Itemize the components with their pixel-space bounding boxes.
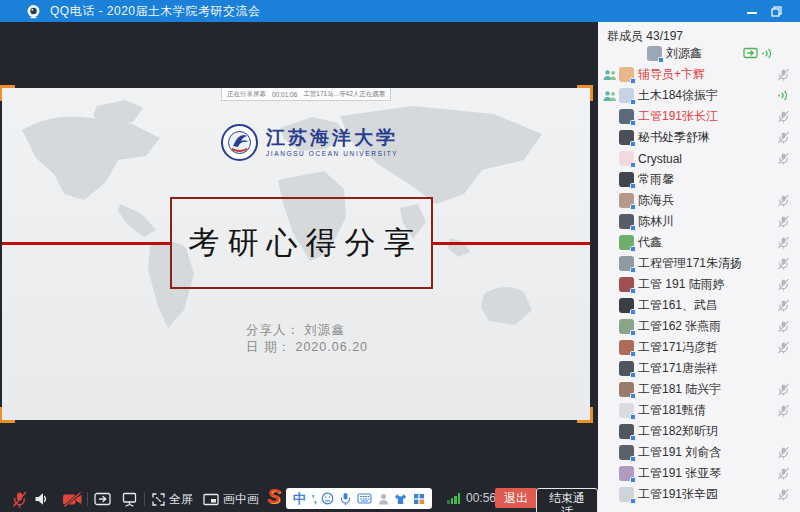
- mic-muted-icon: [777, 488, 790, 501]
- sogou-ime-logo-icon[interactable]: S: [267, 485, 280, 508]
- avatar-badge-icon: [630, 351, 637, 358]
- camera-off-button[interactable]: [62, 486, 83, 512]
- sharing-status-banner: 正在分享屏幕 00:01:06 工管171马...等42人正在观看: [221, 88, 391, 101]
- avatar: [647, 46, 662, 61]
- member-row[interactable]: 辅导员+卞辉: [598, 64, 800, 85]
- avatar-badge-icon: [630, 183, 637, 190]
- member-row[interactable]: 工管181甄倩: [598, 400, 800, 421]
- mic-muted-icon: [777, 215, 790, 228]
- member-row[interactable]: 工管191张辛园: [598, 484, 800, 505]
- qq-call-window: QQ电话 - 2020届土木学院考研交流会: [0, 0, 800, 512]
- ime-voice-input-button[interactable]: [340, 492, 351, 505]
- avatar: [619, 361, 634, 376]
- avatar-badge-icon: [630, 246, 637, 253]
- member-name: 工管181 陆兴宇: [638, 381, 721, 398]
- avatar: [619, 67, 634, 82]
- share-corner-handle-icon: [0, 407, 15, 423]
- avatar-badge-icon: [630, 477, 637, 484]
- member-row[interactable]: 工管181 陆兴宇: [598, 379, 800, 400]
- avatar: [619, 466, 634, 481]
- member-row[interactable]: 土木184徐振宇: [598, 85, 800, 106]
- avatar: [619, 424, 634, 439]
- fullscreen-button[interactable]: 全屏: [152, 486, 193, 512]
- sharing-status-text: 正在分享屏幕: [227, 90, 266, 99]
- member-sidebar: 群成员 43/197 刘源鑫: [598, 22, 800, 512]
- avatar-badge-icon: [630, 393, 637, 400]
- member-name: 辅导员+卞辉: [638, 66, 705, 83]
- mic-muted-icon: [777, 320, 790, 333]
- pip-button[interactable]: 画中画: [203, 486, 259, 512]
- member-name: 土木184徐振宇: [638, 87, 718, 104]
- avatar-badge-icon: [630, 162, 637, 169]
- avatar: [619, 403, 634, 418]
- member-row[interactable]: 工管191 张亚琴: [598, 463, 800, 484]
- share-corner-handle-icon: [577, 85, 593, 101]
- mic-muted-icon: [777, 383, 790, 396]
- ime-punctuation-toggle[interactable]: ’,: [312, 493, 316, 505]
- end-call-button[interactable]: 结束通话: [536, 488, 598, 512]
- avatar: [619, 340, 634, 355]
- member-row[interactable]: 工管191张长江: [598, 106, 800, 127]
- member-name: 秘书处季舒琳: [638, 129, 710, 146]
- member-row[interactable]: 工管171唐崇祥: [598, 358, 800, 379]
- ime-language-toggle[interactable]: 中: [293, 490, 306, 508]
- screen-sharing-icon: [743, 47, 774, 60]
- fullscreen-label: 全屏: [169, 491, 193, 508]
- minimize-button[interactable]: [747, 6, 757, 16]
- member-name: 常雨馨: [638, 171, 674, 188]
- restore-window-button[interactable]: [771, 6, 782, 17]
- avatar-badge-icon: [630, 288, 637, 295]
- member-name: 工管181甄倩: [638, 402, 706, 419]
- mic-muted-icon: [777, 257, 790, 270]
- speaker-on-icon: [777, 89, 790, 102]
- member-row[interactable]: 秘书处季舒琳: [598, 127, 800, 148]
- network-signal-icon: [447, 492, 460, 504]
- member-row[interactable]: 工管161、武昌: [598, 295, 800, 316]
- avatar: [619, 109, 634, 124]
- avatar: [619, 172, 634, 187]
- avatar: [619, 445, 634, 460]
- slide-title: 考研心得分享: [181, 222, 423, 264]
- member-row[interactable]: 工管 191 陆雨婷: [598, 274, 800, 295]
- date-value: 2020.06.20: [295, 340, 368, 354]
- member-row[interactable]: 工管182郑昕玥: [598, 421, 800, 442]
- member-row[interactable]: Crystual: [598, 148, 800, 169]
- ime-skin-button[interactable]: [394, 493, 407, 505]
- mic-muted-icon: [777, 446, 790, 459]
- member-row[interactable]: 陈海兵: [598, 190, 800, 211]
- ime-keyboard-button[interactable]: [357, 493, 372, 504]
- ime-account-button[interactable]: [378, 493, 389, 505]
- avatar-badge-icon: [630, 120, 637, 127]
- mic-muted-button[interactable]: [12, 486, 27, 512]
- ime-emoji-button[interactable]: [321, 492, 334, 505]
- avatar-badge-icon: [630, 498, 637, 505]
- member-name: 工程管理171朱清扬: [638, 255, 742, 272]
- mic-muted-icon: [777, 152, 790, 165]
- share-screen-button[interactable]: [94, 486, 111, 512]
- in-call-duo-icon: [602, 69, 618, 81]
- member-row[interactable]: 常雨馨: [598, 169, 800, 190]
- speaker-button[interactable]: [34, 486, 48, 512]
- avatar-badge-icon: [630, 141, 637, 148]
- member-row[interactable]: 工管162 张燕雨: [598, 316, 800, 337]
- avatar: [619, 256, 634, 271]
- avatar-badge-icon: [630, 267, 637, 274]
- member-row[interactable]: 工管171冯彦哲: [598, 337, 800, 358]
- university-logo: 江苏海洋大学 JIANGSU OCEAN UNIVERSITY: [221, 124, 398, 161]
- whiteboard-button[interactable]: [122, 486, 137, 512]
- member-row[interactable]: 工程管理171朱清扬: [598, 253, 800, 274]
- member-row[interactable]: 代鑫: [598, 232, 800, 253]
- member-row[interactable]: 刘源鑫: [598, 43, 800, 64]
- date-label: 日 期：: [246, 340, 291, 354]
- exit-button[interactable]: 退出: [495, 488, 537, 508]
- avatar: [619, 235, 634, 250]
- member-row[interactable]: 陈林川: [598, 211, 800, 232]
- mic-muted-icon: [777, 236, 790, 249]
- ime-toolbox-button[interactable]: [413, 493, 425, 505]
- member-row[interactable]: 工管191 刘俞含: [598, 442, 800, 463]
- pip-label: 画中画: [223, 491, 259, 508]
- sharing-viewers: 工管171马...等42人正在观看: [303, 90, 385, 99]
- avatar-badge-icon: [630, 225, 637, 232]
- presenter-info: 分享人： 刘源鑫 日 期： 2020.06.20: [246, 322, 368, 356]
- member-name: 工管171冯彦哲: [638, 339, 718, 356]
